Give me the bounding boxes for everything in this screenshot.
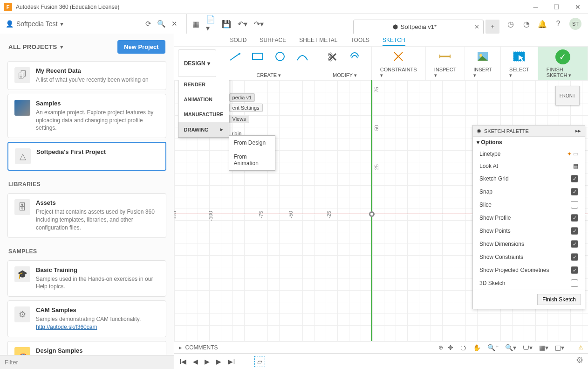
ribbon-tab-tools[interactable]: TOOLS (350, 34, 369, 46)
palette-row: Snap✓ (473, 185, 585, 198)
zoom-icon[interactable]: 🔍⁺ (486, 344, 499, 351)
timeline-prev-icon[interactable]: ◀ (192, 358, 199, 365)
submenu-from-design[interactable]: From Design (229, 136, 275, 150)
filter-input[interactable]: Filter (0, 355, 174, 369)
line-tool-icon[interactable] (228, 49, 242, 63)
timeline-start-icon[interactable]: I◀ (179, 358, 188, 365)
ribbon-group-finish-sketch[interactable]: ✓ FINISH SKETCH ▾ (538, 47, 588, 80)
submenu-from-animation[interactable]: From Animation (229, 150, 275, 170)
new-tab-button[interactable]: ＋ (485, 20, 499, 34)
menu-item-drawing[interactable]: DRAWING▸ (178, 122, 229, 137)
add-comment-icon[interactable]: ⊕ (438, 344, 443, 351)
menu-item-render[interactable]: RENDER (178, 80, 229, 92)
project-card-recent[interactable]: 🗐 My Recent Data A list of what you've r… (7, 61, 166, 90)
sample-card-basic-training[interactable]: 🎓 Basic Training Samples used in the Han… (7, 260, 166, 297)
measure-icon[interactable] (438, 49, 452, 63)
grid-view-icon[interactable]: ▦ (192, 20, 199, 28)
chevron-right-icon[interactable]: ▸ (179, 344, 182, 351)
checkbox[interactable]: ✓ (571, 214, 578, 222)
ribbon-tab-surface[interactable]: SURFACE (260, 34, 287, 46)
document-tab[interactable]: ⬢ Softpedia v1* ✕ (353, 20, 484, 34)
minimize-button[interactable]: ─ (525, 0, 546, 14)
new-project-button[interactable]: New Project (117, 40, 165, 54)
palette-row: Show Projected Geometries✓ (473, 264, 585, 277)
checkbox[interactable]: ✓ (571, 266, 578, 274)
timeline-next-icon[interactable]: ▶ (215, 358, 222, 365)
project-card-samples[interactable]: Samples An example project. Explore proj… (7, 94, 166, 138)
select-icon[interactable] (512, 49, 526, 63)
cam-link[interactable]: http://autode.sk/f360cam (36, 324, 97, 330)
help-icon[interactable]: ? (554, 19, 563, 28)
settings-gear-icon[interactable]: ⚙ (576, 355, 583, 365)
workspace-switcher[interactable]: DESIGN▾ (178, 49, 216, 77)
linetype-icons[interactable]: ✦ ▭ (567, 151, 578, 157)
look-at-icon[interactable]: ▤ (573, 163, 578, 169)
circle-tool-icon[interactable] (273, 49, 287, 63)
timeline-end-icon[interactable]: ▶I (227, 358, 236, 365)
maximize-button[interactable]: ☐ (546, 0, 567, 14)
sample-card-cam[interactable]: ⚙ CAM Samples Samples demonstrating CAM … (7, 300, 166, 337)
file-menu-icon[interactable]: 📄▾ (206, 15, 215, 33)
checkbox[interactable] (571, 279, 578, 287)
expand-icon[interactable]: ▸▸ (575, 128, 581, 134)
search-button[interactable]: 🔍 (155, 17, 168, 30)
tree-node-settings[interactable]: ent Settings (229, 104, 263, 112)
card-title: CAM Samples (36, 306, 141, 313)
close-tab-icon[interactable]: ✕ (474, 23, 479, 30)
fit-icon[interactable]: 🔍▾ (504, 344, 517, 351)
checkbox[interactable]: ✓ (571, 188, 578, 195)
checkbox[interactable] (571, 201, 578, 209)
tree-node-doc[interactable]: pedia v1 (229, 93, 255, 102)
window-title: Autodesk Fusion 360 (Education License) (16, 4, 119, 10)
extensions-icon[interactable]: ◷ (506, 19, 515, 28)
project-card-first[interactable]: △ Softpedia's First Project (7, 142, 166, 171)
ribbon-tab-solid[interactable]: SOLID (230, 34, 247, 46)
menu-item-animation[interactable]: ANIMATION (178, 92, 229, 107)
user-avatar[interactable]: ST (569, 18, 581, 30)
insert-icon[interactable] (476, 49, 490, 63)
palette-row-label: Sketch Grid (479, 175, 571, 182)
checkbox[interactable]: ✓ (571, 240, 578, 248)
canvas[interactable]: -125 -100 -75 -50 -25 75 50 25 pedia v1 … (174, 80, 588, 341)
notifications-icon[interactable]: 🔔 (538, 19, 547, 28)
undo-icon[interactable]: ↶▾ (238, 20, 247, 28)
job-status-icon[interactable]: ◔ (522, 19, 531, 28)
ribbon-group-insert: INSERT ▾ (465, 47, 501, 80)
finish-sketch-button[interactable]: Finish Sketch (537, 294, 581, 305)
trim-tool-icon[interactable] (327, 49, 341, 63)
timeline-play-icon[interactable]: ▶ (204, 358, 211, 365)
redo-icon[interactable]: ↷▾ (254, 20, 264, 28)
comments-label[interactable]: COMMENTS (185, 344, 218, 351)
options-header[interactable]: ▾ Options (473, 137, 585, 148)
all-projects-label[interactable]: ALL PROJECTS (8, 43, 57, 50)
display-icon[interactable]: 🖵▾ (522, 344, 533, 351)
palette-row: Look At▤ (473, 160, 585, 172)
sample-card-design[interactable]: 🚗 Design Samples (7, 341, 166, 355)
library-card-assets[interactable]: 🗄 Assets Project that contains assets us… (7, 193, 166, 237)
close-panel-button[interactable]: ✕ (168, 17, 181, 30)
palette-row-label: Look At (479, 163, 573, 169)
view-cube[interactable]: FRONT (555, 86, 580, 105)
warning-icon[interactable]: ⚠ (578, 344, 583, 351)
checkbox[interactable]: ✓ (571, 253, 578, 261)
grid-settings-icon[interactable]: ▦▾ (538, 344, 549, 351)
checkbox[interactable]: ✓ (571, 227, 578, 235)
rectangle-tool-icon[interactable] (251, 49, 265, 63)
checkbox[interactable]: ✓ (571, 175, 578, 182)
look-icon[interactable]: ⭯ (459, 344, 467, 351)
ribbon-tab-sheet-metal[interactable]: SHEET METAL (299, 34, 337, 46)
timeline-feature-sketch[interactable]: ▱ (254, 356, 265, 367)
refresh-button[interactable]: ⟳ (142, 17, 155, 30)
menu-item-manufacture[interactable]: MANUFACTURE (178, 107, 229, 122)
arc-tool-icon[interactable] (295, 49, 309, 63)
user-menu[interactable]: 👤 Softpedia Test ▾ (6, 20, 63, 28)
constraint-icon[interactable] (391, 49, 405, 63)
tree-node-views[interactable]: Views (229, 115, 249, 123)
orbit-icon[interactable]: ✥ (447, 344, 454, 351)
viewport-icon[interactable]: ◫▾ (554, 344, 565, 351)
ribbon-tab-sketch[interactable]: SKETCH (383, 34, 405, 46)
offset-tool-icon[interactable] (349, 49, 363, 63)
close-window-button[interactable]: ✕ (567, 0, 588, 14)
pan-icon[interactable]: ✋ (472, 344, 482, 351)
save-icon[interactable]: 💾 (222, 20, 231, 28)
